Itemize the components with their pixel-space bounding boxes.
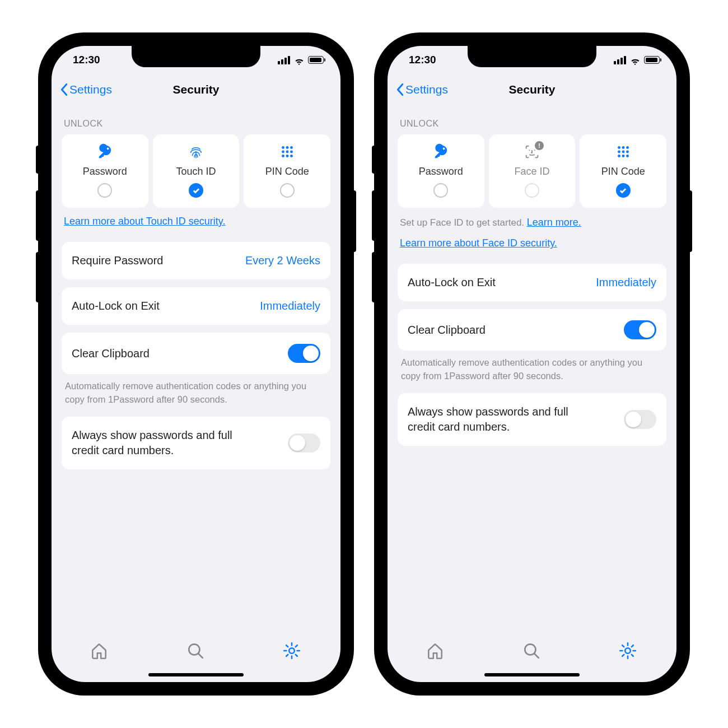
unlock-option-label: Password bbox=[83, 166, 127, 178]
notch bbox=[132, 46, 260, 67]
faceid-setup-hint: Set up Face ID to get started. Learn mor… bbox=[400, 216, 664, 230]
fingerprint-icon bbox=[188, 143, 204, 160]
tab-search[interactable] bbox=[186, 641, 206, 661]
unlock-option-touchid[interactable]: Touch ID bbox=[153, 134, 240, 208]
svg-point-14 bbox=[622, 146, 624, 149]
radio-unchecked[interactable] bbox=[433, 183, 448, 198]
svg-point-21 bbox=[626, 155, 629, 157]
svg-point-19 bbox=[618, 155, 620, 157]
touchid-learn-more-link[interactable]: Learn more about Touch ID security. bbox=[64, 216, 225, 227]
unlock-option-password[interactable]: Password bbox=[398, 134, 484, 208]
back-button[interactable]: Settings bbox=[395, 83, 448, 96]
content-area[interactable]: UNLOCK Password ! Face ID bbox=[388, 105, 676, 633]
home-indicator[interactable] bbox=[484, 673, 580, 676]
unlock-option-label: Touch ID bbox=[176, 166, 216, 178]
nav-header: Settings Security bbox=[52, 74, 340, 105]
radio-checked[interactable] bbox=[616, 183, 631, 198]
radio-checked[interactable] bbox=[189, 183, 203, 198]
cell-label: Clear Clipboard bbox=[408, 323, 486, 338]
cell-value: Immediately bbox=[260, 300, 320, 312]
back-label: Settings bbox=[69, 83, 112, 96]
unlock-option-label: Password bbox=[419, 166, 463, 178]
svg-point-3 bbox=[282, 151, 284, 153]
svg-point-0 bbox=[282, 146, 284, 149]
svg-point-2 bbox=[290, 146, 293, 149]
clear-clipboard-toggle[interactable] bbox=[624, 320, 656, 339]
cellular-signal-icon bbox=[278, 56, 290, 64]
tab-settings[interactable] bbox=[618, 641, 638, 661]
search-icon bbox=[186, 641, 205, 660]
keypad-icon bbox=[279, 143, 296, 160]
cell-value: Immediately bbox=[596, 276, 656, 289]
tab-search[interactable] bbox=[522, 641, 542, 661]
svg-point-17 bbox=[622, 151, 624, 153]
battery-icon bbox=[644, 56, 660, 64]
unlock-option-pincode[interactable]: PIN Code bbox=[244, 134, 330, 208]
nav-header: Settings Security bbox=[388, 74, 676, 105]
radio-disabled bbox=[525, 183, 539, 198]
svg-point-15 bbox=[626, 146, 629, 149]
svg-point-10 bbox=[289, 648, 295, 654]
unlock-option-pincode[interactable]: PIN Code bbox=[580, 134, 666, 208]
status-time: 12:30 bbox=[409, 54, 436, 66]
status-icons bbox=[614, 56, 660, 64]
faceid-setup-learn-more-link[interactable]: Learn more. bbox=[527, 217, 581, 228]
autolock-row[interactable]: Auto-Lock on Exit Immediately bbox=[398, 264, 666, 301]
cell-label: Clear Clipboard bbox=[72, 346, 150, 361]
svg-point-13 bbox=[618, 146, 620, 149]
svg-point-20 bbox=[622, 155, 624, 157]
tab-home[interactable] bbox=[90, 641, 110, 661]
wifi-icon bbox=[293, 56, 305, 64]
cell-label: Auto-Lock on Exit bbox=[72, 298, 160, 314]
unlock-section-label: UNLOCK bbox=[64, 119, 328, 129]
always-show-row: Always show passwords and full credit ca… bbox=[62, 417, 330, 469]
phone-frame-right: 12:30 Settings Security UNLOCK bbox=[375, 34, 689, 694]
svg-point-8 bbox=[290, 155, 293, 157]
always-show-toggle[interactable] bbox=[624, 410, 656, 429]
tab-home[interactable] bbox=[426, 641, 446, 661]
cellular-signal-icon bbox=[614, 56, 626, 64]
svg-point-18 bbox=[626, 151, 629, 153]
hint-prefix: Set up Face ID to get started. bbox=[400, 217, 527, 228]
back-label: Settings bbox=[405, 83, 448, 96]
svg-point-23 bbox=[625, 648, 631, 654]
unlock-option-label: PIN Code bbox=[265, 166, 309, 178]
notch bbox=[468, 46, 596, 67]
back-button[interactable]: Settings bbox=[59, 83, 112, 96]
cell-value: Every 2 Weeks bbox=[245, 254, 320, 267]
svg-point-12 bbox=[534, 150, 535, 151]
cell-label: Always show passwords and full credit ca… bbox=[408, 404, 592, 435]
status-icons bbox=[278, 56, 324, 64]
svg-point-16 bbox=[618, 151, 620, 153]
battery-icon bbox=[308, 56, 324, 64]
home-icon bbox=[426, 641, 445, 660]
search-icon bbox=[522, 641, 541, 660]
gear-icon bbox=[282, 641, 301, 660]
svg-point-7 bbox=[286, 155, 288, 157]
autolock-row[interactable]: Auto-Lock on Exit Immediately bbox=[62, 287, 330, 325]
faceid-learn-more-link[interactable]: Learn more about Face ID security. bbox=[400, 237, 557, 249]
clear-clipboard-toggle[interactable] bbox=[288, 344, 320, 363]
svg-point-1 bbox=[286, 146, 288, 149]
radio-unchecked[interactable] bbox=[280, 183, 295, 198]
svg-point-6 bbox=[282, 155, 284, 157]
faceid-icon: ! bbox=[524, 143, 540, 160]
unlock-options: Password ! Face ID PIN Code bbox=[398, 134, 666, 208]
content-area[interactable]: UNLOCK Password Touch ID bbox=[52, 105, 340, 633]
require-password-row[interactable]: Require Password Every 2 Weeks bbox=[62, 242, 330, 279]
unlock-option-faceid[interactable]: ! Face ID bbox=[489, 134, 576, 208]
keypad-icon bbox=[615, 143, 632, 160]
radio-unchecked[interactable] bbox=[97, 183, 112, 198]
unlock-option-label: Face ID bbox=[514, 166, 549, 178]
clear-clipboard-row: Clear Clipboard bbox=[398, 309, 666, 351]
svg-point-11 bbox=[529, 150, 530, 151]
screen-right: 12:30 Settings Security UNLOCK bbox=[388, 46, 676, 682]
unlock-option-password[interactable]: Password bbox=[62, 134, 148, 208]
phone-frame-left: 12:30 Settings Security UNLOCK bbox=[39, 34, 353, 694]
always-show-toggle[interactable] bbox=[288, 433, 320, 452]
alert-badge-icon: ! bbox=[535, 141, 544, 150]
tab-settings[interactable] bbox=[282, 641, 302, 661]
key-icon bbox=[96, 143, 113, 160]
home-indicator[interactable] bbox=[148, 673, 244, 676]
wifi-icon bbox=[629, 56, 641, 64]
